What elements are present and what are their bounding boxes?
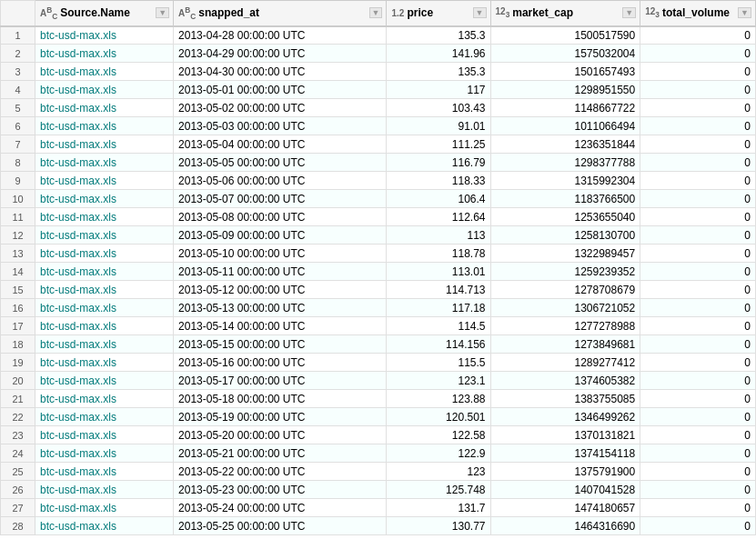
table-row[interactable]: 13btc-usd-max.xls2013-05-10 00:00:00 UTC… — [1, 245, 756, 263]
table-row[interactable]: 4btc-usd-max.xls2013-05-01 00:00:00 UTC1… — [1, 81, 756, 99]
row-number: 20 — [1, 372, 35, 390]
snapped-at-cell: 2013-05-15 00:00:00 UTC — [174, 335, 387, 354]
table-row[interactable]: 19btc-usd-max.xls2013-05-16 00:00:00 UTC… — [1, 354, 756, 372]
snapped-at-cell: 2013-05-18 00:00:00 UTC — [174, 390, 387, 408]
price-label: price — [407, 6, 433, 19]
table-row[interactable]: 17btc-usd-max.xls2013-05-14 00:00:00 UTC… — [1, 317, 756, 335]
table-row[interactable]: 5btc-usd-max.xls2013-05-02 00:00:00 UTC1… — [1, 99, 756, 117]
market-cap-header[interactable]: 123 market_cap ▼ — [490, 1, 640, 26]
table-row[interactable]: 11btc-usd-max.xls2013-05-08 00:00:00 UTC… — [1, 208, 756, 226]
row-number: 21 — [1, 390, 35, 408]
price-cell: 117 — [387, 81, 490, 99]
source-name-cell: btc-usd-max.xls — [35, 281, 174, 299]
row-number: 12 — [1, 226, 35, 245]
table-row[interactable]: 28btc-usd-max.xls2013-05-25 00:00:00 UTC… — [1, 517, 756, 535]
source-name-cell: btc-usd-max.xls — [35, 172, 174, 190]
total-volume-cell: 0 — [640, 190, 756, 208]
market-cap-cell: 1183766500 — [490, 190, 640, 208]
snapped-at-cell: 2013-05-17 00:00:00 UTC — [174, 372, 387, 390]
table-row[interactable]: 10btc-usd-max.xls2013-05-07 00:00:00 UTC… — [1, 190, 756, 208]
snapped-at-dropdown[interactable]: ▼ — [369, 7, 383, 18]
market-cap-cell: 1011066494 — [490, 117, 640, 135]
table-header-row: ABC Source.Name ▼ ABC snapped_at ▼ 1.2 p — [1, 1, 756, 26]
table-row[interactable]: 16btc-usd-max.xls2013-05-13 00:00:00 UTC… — [1, 299, 756, 317]
source-name-cell: btc-usd-max.xls — [35, 263, 174, 281]
total-volume-cell: 0 — [640, 354, 756, 372]
snapped-at-cell: 2013-05-14 00:00:00 UTC — [174, 317, 387, 335]
row-number: 16 — [1, 299, 35, 317]
price-cell: 135.3 — [387, 63, 490, 81]
row-number: 15 — [1, 281, 35, 299]
price-cell: 106.4 — [387, 190, 490, 208]
row-number: 27 — [1, 499, 35, 517]
total-volume-header[interactable]: 123 total_volume ▼ — [640, 1, 756, 26]
total-volume-dropdown[interactable]: ▼ — [738, 7, 751, 18]
snapped-at-cell: 2013-05-09 00:00:00 UTC — [174, 226, 387, 245]
table-row[interactable]: 6btc-usd-max.xls2013-05-03 00:00:00 UTC9… — [1, 117, 756, 135]
table-row[interactable]: 2btc-usd-max.xls2013-04-29 00:00:00 UTC1… — [1, 45, 756, 63]
source-name-cell: btc-usd-max.xls — [35, 190, 174, 208]
market-cap-cell: 1278708679 — [490, 281, 640, 299]
price-cell: 91.01 — [387, 117, 490, 135]
snapped-at-cell: 2013-05-03 00:00:00 UTC — [174, 117, 387, 135]
row-number: 18 — [1, 335, 35, 354]
market-cap-cell: 1464316690 — [490, 517, 640, 535]
price-header[interactable]: 1.2 price ▼ — [387, 1, 490, 26]
source-name-cell: btc-usd-max.xls — [35, 426, 174, 444]
price-cell: 118.78 — [387, 245, 490, 263]
total-volume-cell: 0 — [640, 245, 756, 263]
row-number: 1 — [1, 26, 35, 45]
total-volume-cell: 0 — [640, 226, 756, 245]
snapped-at-cell: 2013-05-08 00:00:00 UTC — [174, 208, 387, 226]
table-row[interactable]: 12btc-usd-max.xls2013-05-09 00:00:00 UTC… — [1, 226, 756, 245]
table-row[interactable]: 9btc-usd-max.xls2013-05-06 00:00:00 UTC1… — [1, 172, 756, 190]
price-cell: 123.1 — [387, 372, 490, 390]
market-cap-cell: 1306721052 — [490, 299, 640, 317]
price-cell: 125.748 — [387, 481, 490, 499]
source-name-cell: btc-usd-max.xls — [35, 499, 174, 517]
snapped-at-cell: 2013-05-22 00:00:00 UTC — [174, 463, 387, 481]
table-row[interactable]: 18btc-usd-max.xls2013-05-15 00:00:00 UTC… — [1, 335, 756, 354]
table-row[interactable]: 14btc-usd-max.xls2013-05-11 00:00:00 UTC… — [1, 263, 756, 281]
snapped-at-header[interactable]: ABC snapped_at ▼ — [174, 1, 387, 26]
market-cap-cell: 1370131821 — [490, 426, 640, 444]
row-number: 25 — [1, 463, 35, 481]
source-name-type-icon: ABC — [40, 5, 57, 21]
table-row[interactable]: 24btc-usd-max.xls2013-05-21 00:00:00 UTC… — [1, 444, 756, 463]
total-volume-cell: 0 — [640, 117, 756, 135]
source-name-dropdown[interactable]: ▼ — [156, 7, 169, 18]
table-row[interactable]: 25btc-usd-max.xls2013-05-22 00:00:00 UTC… — [1, 463, 756, 481]
market-cap-cell: 1322989457 — [490, 245, 640, 263]
price-cell: 131.7 — [387, 499, 490, 517]
table-row[interactable]: 21btc-usd-max.xls2013-05-18 00:00:00 UTC… — [1, 390, 756, 408]
table-row[interactable]: 22btc-usd-max.xls2013-05-19 00:00:00 UTC… — [1, 408, 756, 426]
total-volume-cell: 0 — [640, 208, 756, 226]
price-cell: 123.88 — [387, 390, 490, 408]
row-number-header — [1, 1, 35, 26]
price-cell: 135.3 — [387, 26, 490, 45]
table-row[interactable]: 15btc-usd-max.xls2013-05-12 00:00:00 UTC… — [1, 281, 756, 299]
total-volume-cell: 0 — [640, 481, 756, 499]
total-volume-type-icon: 123 — [645, 6, 660, 19]
price-cell: 122.9 — [387, 444, 490, 463]
table-row[interactable]: 3btc-usd-max.xls2013-04-30 00:00:00 UTC1… — [1, 63, 756, 81]
source-name-header[interactable]: ABC Source.Name ▼ — [35, 1, 174, 26]
total-volume-cell: 0 — [640, 426, 756, 444]
table-row[interactable]: 23btc-usd-max.xls2013-05-20 00:00:00 UTC… — [1, 426, 756, 444]
table-row[interactable]: 8btc-usd-max.xls2013-05-05 00:00:00 UTC1… — [1, 154, 756, 172]
price-dropdown[interactable]: ▼ — [473, 7, 487, 18]
table-row[interactable]: 26btc-usd-max.xls2013-05-23 00:00:00 UTC… — [1, 481, 756, 499]
source-name-cell: btc-usd-max.xls — [35, 463, 174, 481]
snapped-at-label: snapped_at — [198, 6, 259, 19]
source-name-cell: btc-usd-max.xls — [35, 226, 174, 245]
snapped-at-cell: 2013-05-24 00:00:00 UTC — [174, 499, 387, 517]
table-row[interactable]: 1btc-usd-max.xls2013-04-28 00:00:00 UTC1… — [1, 26, 756, 45]
market-cap-dropdown[interactable]: ▼ — [622, 7, 636, 18]
price-type-icon: 1.2 — [391, 8, 404, 18]
table-row[interactable]: 20btc-usd-max.xls2013-05-17 00:00:00 UTC… — [1, 372, 756, 390]
table-row[interactable]: 27btc-usd-max.xls2013-05-24 00:00:00 UTC… — [1, 499, 756, 517]
table-row[interactable]: 7btc-usd-max.xls2013-05-04 00:00:00 UTC1… — [1, 135, 756, 154]
market-cap-cell: 1298377788 — [490, 154, 640, 172]
source-name-cell: btc-usd-max.xls — [35, 390, 174, 408]
total-volume-cell: 0 — [640, 499, 756, 517]
